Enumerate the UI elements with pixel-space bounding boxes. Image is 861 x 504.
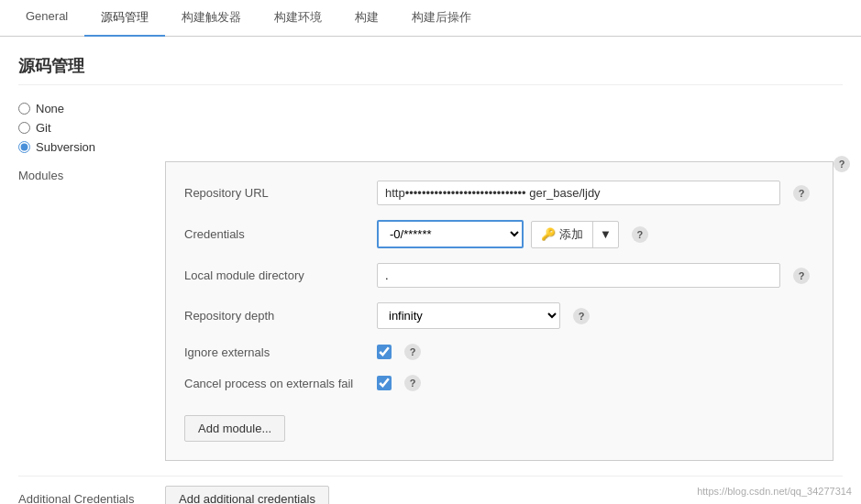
add-credentials-btn[interactable]: Add additional credentials [165,486,329,504]
credentials-label: Credentials [184,227,377,241]
tab-triggers[interactable]: 构建触发器 [165,0,258,37]
cancel-externals-row: Cancel process on externals fail ? [184,375,814,391]
radio-git-label[interactable]: Git [36,121,51,135]
credentials-row: Credentials -0/****** 🔑 添加 ▼ ? [184,220,814,248]
local-dir-row: Local module directory ? [184,263,814,288]
tab-general[interactable]: General [9,0,84,37]
depth-label: Repository depth [184,309,377,323]
radio-none-label[interactable]: None [36,102,64,115]
add-module-button[interactable]: Add module... [184,415,285,442]
add-btn-main[interactable]: 🔑 添加 [532,222,593,247]
svn-left: Modules [18,161,165,461]
cancel-externals-help-icon[interactable]: ? [404,375,421,391]
watermark: https://blog.csdn.net/qq_34277314 [697,486,852,497]
ignore-externals-control: ? [377,344,814,360]
repo-url-control: ? [377,181,814,205]
cancel-externals-control: ? [377,375,814,391]
tab-build[interactable]: 构建 [338,0,395,37]
ignore-externals-checkbox[interactable] [377,345,392,359]
add-credentials-button[interactable]: 🔑 添加 ▼ [531,221,619,248]
local-dir-help-icon[interactable]: ? [793,268,810,284]
cancel-externals-label: Cancel process on externals fail [184,377,377,390]
cancel-externals-checkbox[interactable] [377,376,392,390]
credentials-select[interactable]: -0/****** [377,220,524,248]
radio-svn-group: Subversion [18,140,843,154]
svn-help-icon[interactable]: ? [833,156,850,172]
depth-select[interactable]: infinity empty files immediates [377,302,560,329]
depth-help-icon[interactable]: ? [573,308,590,324]
add-btn-label: 添加 [559,226,583,243]
page-title: 源码管理 [18,55,843,85]
repo-url-row: Repository URL ? [184,181,814,205]
tabs-bar: General源码管理构建触发器构建环境构建构建后操作 [0,0,861,37]
ignore-externals-label: Ignore externals [184,345,377,359]
repo-url-input[interactable] [377,181,780,205]
key-icon: 🔑 [541,227,556,241]
radio-git[interactable] [18,122,30,134]
depth-control: infinity empty files immediates ? [377,302,814,329]
page-content: 源码管理 None Git Subversion ? Modules Repos… [0,37,861,504]
local-dir-label: Local module directory [184,268,377,282]
repo-url-help-icon[interactable]: ? [793,185,810,202]
add-btn-dropdown[interactable]: ▼ [593,223,618,246]
radio-none[interactable] [18,103,30,115]
tab-source[interactable]: 源码管理 [84,0,165,37]
local-dir-control: ? [377,263,814,288]
depth-row: Repository depth infinity empty files im… [184,302,814,329]
additional-credentials-label: Additional Credentials [18,492,165,504]
tab-env[interactable]: 构建环境 [258,0,338,37]
radio-svn-label[interactable]: Subversion [36,140,95,154]
svn-panel: Repository URL ? Credentials -0/****** 🔑 [165,161,833,461]
radio-git-group: Git [18,121,843,135]
modules-label: Modules [18,169,63,182]
ignore-externals-row: Ignore externals ? [184,344,814,360]
repo-url-label: Repository URL [184,186,377,200]
local-dir-input[interactable] [377,263,780,288]
credentials-help-icon[interactable]: ? [632,226,648,243]
svn-section: Modules Repository URL ? Credentials -0/… [18,161,843,461]
tab-post[interactable]: 构建后操作 [395,0,488,37]
ignore-externals-help-icon[interactable]: ? [404,344,421,360]
credentials-control: -0/****** 🔑 添加 ▼ ? [377,220,814,248]
radio-none-group: None [18,102,843,115]
radio-svn[interactable] [18,141,30,153]
